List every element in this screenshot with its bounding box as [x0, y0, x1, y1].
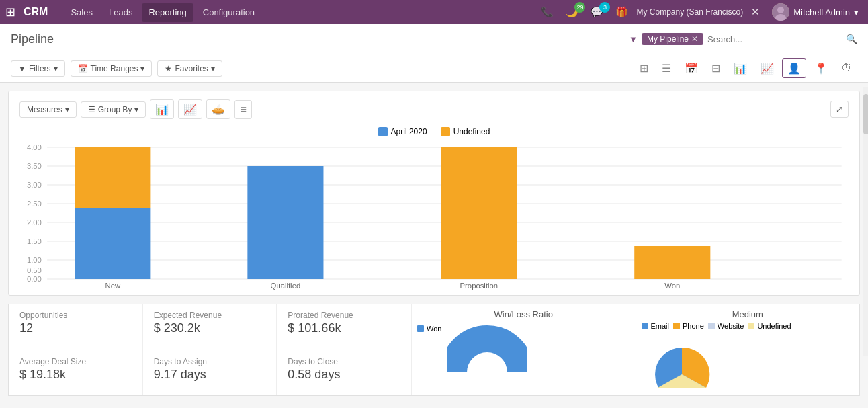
- filter-tag-remove[interactable]: ✕: [691, 34, 698, 44]
- search-icon[interactable]: 🔍: [846, 34, 857, 44]
- svg-text:3.00: 3.00: [27, 181, 42, 189]
- bar-proposition-undefined: [441, 147, 517, 279]
- svg-text:4.00: 4.00: [27, 143, 42, 151]
- calendar-icon: 📅: [78, 64, 88, 73]
- user-menu[interactable]: Mitchell Admin ▾: [768, 2, 863, 22]
- scrollbar-thumb[interactable]: [863, 94, 868, 134]
- top-navigation: ⊞ CRM Sales Leads Reporting Configuratio…: [0, 0, 868, 24]
- favorites-label: Favorites: [175, 64, 208, 73]
- stat-expected-revenue-value: $ 230.2k: [154, 321, 266, 335]
- bar-qualified-april: [247, 166, 323, 279]
- legend-april-color: [378, 127, 388, 136]
- user-dropdown-icon: ▾: [854, 7, 859, 17]
- medium-email-label: Email: [651, 322, 670, 330]
- my-pipeline-filter-tag[interactable]: My Pipeline ✕: [642, 33, 703, 45]
- stat-days-close-value: 0.58 days: [288, 368, 400, 382]
- line-chart-type-icon[interactable]: 📈: [178, 99, 202, 119]
- chat-icon[interactable]: 💬 3: [587, 5, 607, 19]
- group-by-button[interactable]: ☰ Group By ▾: [81, 101, 146, 118]
- chart-area: 4.00 3.50 3.00 2.50 2.00 1.50 1.00 0.50 …: [19, 142, 849, 290]
- stat-opportunities-label: Opportunities: [19, 311, 132, 320]
- stat-prorated-revenue: Prorated Revenue $ 101.66k: [277, 304, 411, 350]
- bar-label-proposition: Proposition: [460, 282, 498, 290]
- svg-text:1.50: 1.50: [27, 237, 42, 245]
- medium-undefined-label: Undefined: [757, 322, 791, 330]
- group-by-icon: ☰: [88, 105, 95, 114]
- svg-text:2.50: 2.50: [27, 200, 42, 208]
- legend-april-label: April 2020: [391, 127, 427, 136]
- legend-april: April 2020: [378, 127, 427, 136]
- bar-chart-view-icon[interactable]: 📊: [728, 58, 752, 78]
- win-arc: [453, 339, 521, 372]
- list-view-icon[interactable]: ☰: [656, 58, 677, 78]
- measures-button[interactable]: Measures ▾: [19, 101, 77, 118]
- line-chart-view-icon[interactable]: 📈: [755, 58, 779, 78]
- nav-item-leads[interactable]: Leads: [102, 3, 139, 22]
- medium-phone-dot: [673, 323, 680, 329]
- avatar: [772, 3, 789, 21]
- filters-dropdown-icon: ▾: [54, 64, 58, 73]
- stats-section: Opportunities 12 Expected Revenue $ 230.…: [8, 304, 860, 396]
- stat-deal-size: Average Deal Size $ 19.18k: [9, 350, 143, 396]
- medium-section: Medium Email Phone Website Undefined: [636, 304, 860, 395]
- filter-toolbar: ▼ Filters ▾ 📅 Time Ranges ▾ ★ Favorites …: [0, 54, 868, 83]
- moon-icon[interactable]: 🌙 29: [562, 5, 582, 19]
- legend-won-dot: [417, 325, 424, 332]
- close-icon[interactable]: ✕: [747, 5, 764, 19]
- filters-button[interactable]: ▼ Filters ▾: [11, 60, 65, 77]
- company-selector[interactable]: My Company (San Francisco): [636, 7, 743, 17]
- medium-legend-undefined: Undefined: [748, 322, 791, 330]
- pie-chart-type-icon[interactable]: 🥧: [206, 99, 230, 119]
- search-input[interactable]: [707, 34, 842, 44]
- filter-funnel-icon: ▼: [18, 64, 26, 73]
- chart-container: Measures ▾ ☰ Group By ▾ 📊 📈 🥧 ≡ ⤢ April …: [8, 91, 860, 296]
- stat-prorated-revenue-value: $ 101.66k: [288, 321, 400, 335]
- nav-item-configuration[interactable]: Configuration: [196, 3, 261, 22]
- grid-icon[interactable]: ⊞: [5, 5, 15, 19]
- stat-expected-revenue: Expected Revenue $ 230.2k: [143, 304, 277, 350]
- svg-text:0.50: 0.50: [27, 266, 42, 274]
- medium-legend-email: Email: [642, 322, 670, 330]
- group-by-dropdown-icon: ▾: [134, 105, 138, 114]
- bar-label-new: New: [105, 282, 122, 290]
- filter-icon: ▼: [629, 34, 638, 44]
- view-switcher: ⊞ ☰ 📅 ⊟ 📊 📈 👤 📍 ⏱: [634, 58, 857, 78]
- chart-toolbar: Measures ▾ ☰ Group By ▾ 📊 📈 🥧 ≡ ⤢: [19, 99, 849, 119]
- favorites-dropdown-icon: ▾: [211, 64, 215, 73]
- scrollbar[interactable]: [863, 87, 868, 356]
- pivot-view-icon[interactable]: 👤: [782, 58, 806, 78]
- medium-title: Medium: [642, 309, 855, 319]
- medium-website-dot: [708, 323, 715, 329]
- filter-tag-label: My Pipeline: [647, 34, 689, 44]
- activity-view-icon[interactable]: ⏱: [836, 58, 857, 78]
- nav-item-sales[interactable]: Sales: [64, 3, 99, 22]
- medium-undefined-dot: [748, 323, 754, 329]
- time-ranges-button[interactable]: 📅 Time Ranges ▾: [71, 60, 153, 77]
- medium-phone-label: Phone: [683, 322, 704, 330]
- stat-days-close-label: Days to Close: [288, 357, 400, 366]
- calendar-view-icon[interactable]: 📅: [679, 58, 703, 78]
- bar-chart-type-icon[interactable]: 📊: [150, 99, 174, 119]
- svg-text:0.00: 0.00: [27, 275, 42, 283]
- stat-days-assign-value: 9.17 days: [154, 368, 266, 382]
- expand-button[interactable]: ⤢: [830, 101, 849, 118]
- stack-chart-type-icon[interactable]: ≡: [234, 100, 251, 119]
- kanban-view-icon[interactable]: ⊞: [634, 58, 654, 78]
- time-ranges-label: Time Ranges: [91, 64, 138, 73]
- stat-days-close: Days to Close 0.58 days: [277, 350, 411, 396]
- favorites-button[interactable]: ★ Favorites ▾: [157, 60, 222, 77]
- phone-icon[interactable]: 📞: [537, 5, 558, 19]
- medium-chart: [642, 334, 722, 388]
- gift-icon[interactable]: 🎁: [611, 5, 632, 19]
- table-view-icon[interactable]: ⊟: [706, 58, 726, 78]
- page-header: Pipeline ▼ My Pipeline ✕ 🔍: [0, 24, 868, 54]
- bar-label-won: Won: [664, 282, 680, 290]
- stat-days-assign-label: Days to Assign: [154, 357, 266, 366]
- nav-item-reporting[interactable]: Reporting: [142, 3, 193, 22]
- medium-website-label: Website: [718, 322, 744, 330]
- measures-label: Measures: [27, 105, 62, 114]
- map-view-icon[interactable]: 📍: [809, 58, 833, 78]
- legend-undefined-color: [441, 127, 450, 136]
- medium-legend-phone: Phone: [673, 322, 704, 330]
- win-loss-legend-won: Won: [417, 325, 441, 333]
